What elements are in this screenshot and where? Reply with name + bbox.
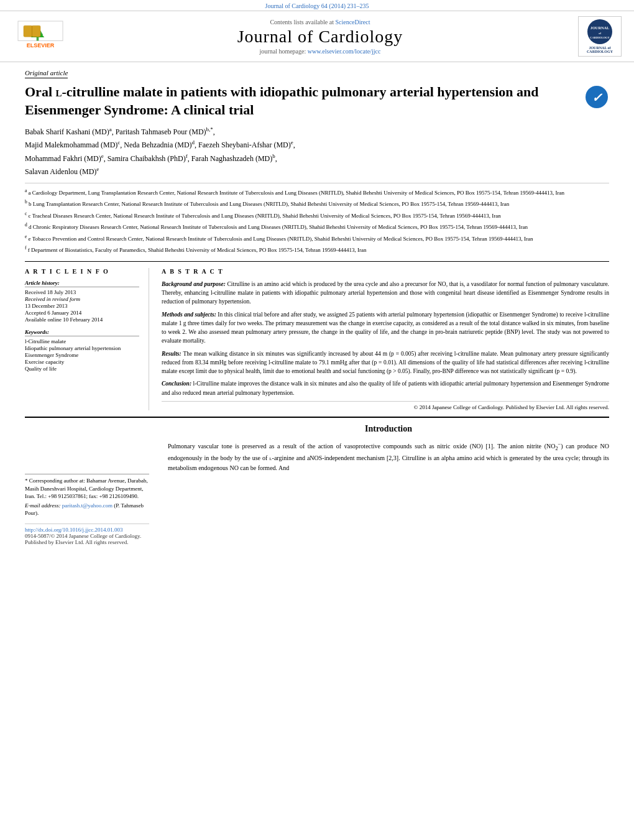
svg-text:ELSEVIER: ELSEVIER: [27, 42, 55, 48]
email-text: E-mail address: paritash.t@yahoo.com (P.…: [25, 502, 149, 517]
section-label: Original article: [25, 69, 68, 78]
abstract-text: Background and purpose: Citrulline is an…: [162, 280, 609, 397]
title-row: Oral l-citrulline malate in patients wit…: [25, 83, 609, 119]
journal-header: ELSEVIER Contents lists available at Sci…: [0, 11, 634, 62]
issn-line: 0914-5087/© 2014 Japanese College of Car…: [25, 533, 149, 545]
homepage-link[interactable]: www.elsevier.com/locate/jjcc: [308, 48, 381, 55]
background-para: Background and purpose: Citrulline is an…: [162, 280, 609, 307]
crossmark-icon: ✓: [586, 86, 608, 108]
conclusion-label: Conclusion:: [162, 381, 191, 387]
intro-heading: Introduction: [168, 424, 609, 434]
sciencedirect-anchor[interactable]: ScienceDirect: [335, 19, 370, 25]
received-date: Received 18 July 2013: [25, 289, 139, 295]
journal-homepage: journal homepage: www.elsevier.com/locat…: [68, 48, 572, 55]
conclusion-para: Conclusion: l-Citrulline malate improves…: [162, 379, 609, 397]
article-info-heading: A R T I C L E I N F O: [25, 268, 139, 275]
main-content: Original article Oral l-citrulline malat…: [0, 62, 634, 552]
copyright-line: © 2014 Japanese College of Cardiology. P…: [162, 401, 609, 410]
info-abstract-row: A R T I C L E I N F O Article history: R…: [25, 261, 609, 410]
results-label: Results:: [162, 351, 181, 357]
joc-emblem: JOURNAL of CARDIOLOGY: [587, 19, 612, 44]
doi-line: http://dx.doi.org/10.1016/j.jjcc.2014.01…: [25, 524, 149, 533]
introduction-block: Introduction Pulmonary vascular tone is …: [168, 424, 609, 545]
sciencedirect-link: Contents lists available at ScienceDirec…: [68, 19, 572, 25]
accepted-date: Accepted 6 January 2014: [25, 310, 139, 316]
article-info: A R T I C L E I N F O Article history: R…: [25, 268, 149, 410]
logo-text: JOURNAL of CARDIOLOGY: [581, 46, 618, 53]
keyword-4: Exercise capacity: [25, 359, 139, 365]
journal-logo-badge: JOURNAL of CARDIOLOGY JOURNAL of CARDIOL…: [578, 16, 622, 57]
conclusion-text: l-Citrulline malate improves the distanc…: [162, 381, 609, 395]
corresponding-author-text: * Corresponding author at: Bahamar Avenu…: [25, 477, 149, 501]
crossmark-badge[interactable]: ✓: [584, 83, 609, 108]
article-title: Oral l-citrulline malate in patients wit…: [25, 83, 578, 119]
background-label: Background and purpose:: [162, 281, 226, 287]
bottom-section: * Corresponding author at: Bahamar Avenu…: [25, 417, 609, 545]
keyword-1: l-Citrulline malate: [25, 338, 139, 344]
methods-text: In this clinical trial before and after …: [162, 312, 609, 344]
received-revised-date: 13 December 2013: [25, 303, 139, 309]
journal-title-block: Contents lists available at ScienceDirec…: [68, 19, 572, 55]
svg-text:✓: ✓: [592, 91, 603, 104]
svg-text:CARDIOLOGY: CARDIOLOGY: [590, 36, 610, 39]
intro-text: Pulmonary vascular tone is preserved as …: [168, 440, 609, 473]
keywords-label: Keywords:: [25, 329, 139, 336]
abstract-heading: A B S T R A C T: [162, 268, 609, 275]
elsevier-logo: ELSEVIER: [12, 18, 62, 55]
keyword-5: Quality of life: [25, 366, 139, 372]
available-online: Available online 10 February 2014: [25, 316, 139, 323]
svg-text:JOURNAL: JOURNAL: [590, 25, 609, 30]
results-text: The mean walking distance in six minutes…: [162, 351, 609, 375]
svg-text:of: of: [599, 32, 601, 35]
footnotes-block: * Corresponding author at: Bahamar Avenu…: [25, 424, 149, 545]
journal-citation: Journal of Cardiology 64 (2014) 231–235: [0, 0, 634, 11]
received-revised-label: Received in revised form: [25, 296, 139, 302]
keyword-3: Eisenmenger Syndrome: [25, 352, 139, 358]
keywords-list: l-Citrulline malate Idiopathic pulmonary…: [25, 338, 139, 372]
history-label: Article history:: [25, 280, 139, 287]
methods-para: Methods and subjects: In this clinical t…: [162, 310, 609, 346]
corresponding-author-note: * Corresponding author at: Bahamar Avenu…: [25, 474, 149, 517]
doi-link[interactable]: http://dx.doi.org/10.1016/j.jjcc.2014.01…: [25, 527, 123, 533]
background-text: Citrulline is an amino acid which is pro…: [162, 281, 609, 305]
journal-name: Journal of Cardiology: [68, 27, 572, 47]
affiliations-block: a a Cardiology Department, Lung Transpla…: [25, 183, 609, 255]
keyword-2: Idiopathic pulmonary arterial hypertensi…: [25, 345, 139, 351]
authors-block: Babak Sharif Kashani (MD)a, Paritash Tah…: [25, 125, 609, 178]
intro-para-1: Pulmonary vascular tone is preserved as …: [168, 440, 609, 473]
svg-rect-5: [32, 25, 41, 37]
methods-label: Methods and subjects:: [162, 312, 216, 318]
email-link[interactable]: paritash.t@yahoo.com: [62, 502, 113, 509]
abstract-section: A B S T R A C T Background and purpose: …: [162, 268, 609, 410]
svg-rect-4: [24, 25, 32, 37]
results-para: Results: The mean walking distance in si…: [162, 349, 609, 376]
